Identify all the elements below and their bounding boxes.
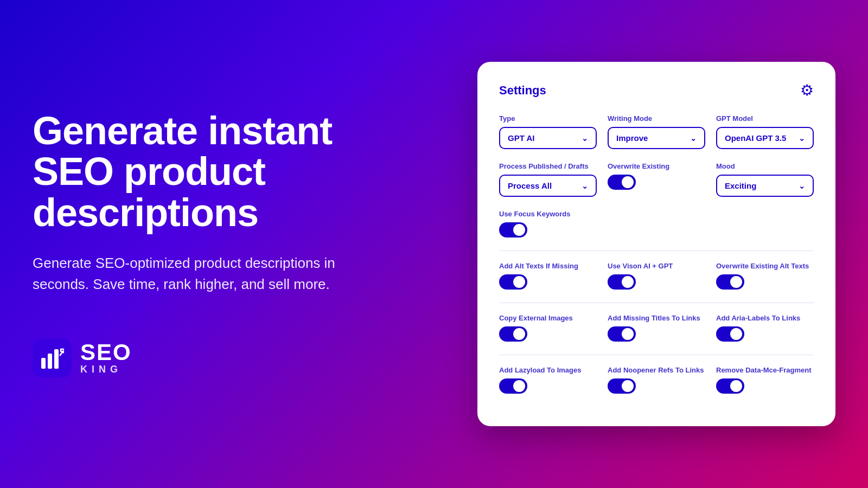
overwrite-alt-texts-toggle[interactable]: [716, 274, 744, 290]
main-headline: Generate instant SEO product description…: [33, 111, 380, 234]
field-add-alt-texts: Add Alt Texts If Missing: [499, 262, 597, 290]
row-images-links: Copy External Images Add Missing Titles …: [499, 314, 814, 342]
overwrite-alt-texts-label: Overwrite Existing Alt Texts: [716, 262, 814, 270]
logo-text: SEO KING: [80, 341, 132, 375]
add-lazyload-label: Add Lazyload To Images: [499, 366, 597, 374]
field-add-noopener: Add Noopener Refs To Links: [608, 366, 705, 394]
svg-rect-0: [41, 358, 46, 369]
copy-external-images-toggle-container: [499, 326, 597, 342]
focus-keywords-toggle[interactable]: [499, 222, 527, 237]
field-add-aria-labels: Add Aria-Labels To Links: [716, 314, 814, 342]
field-process: Process Published / Drafts Process All ⌄: [499, 162, 597, 197]
gpt-model-dropdown[interactable]: OpenAI GPT 3.5 ⌄: [716, 127, 814, 149]
process-value: Process All: [508, 181, 552, 190]
use-vision-toggle-container: [608, 274, 705, 290]
writing-mode-value: Improve: [616, 133, 648, 143]
row-focus-keywords: Use Focus Keywords: [499, 210, 814, 237]
overwrite-existing-toggle[interactable]: [608, 175, 636, 190]
mood-chevron-icon: ⌄: [799, 182, 805, 190]
add-noopener-toggle-container: [608, 378, 705, 394]
add-noopener-label: Add Noopener Refs To Links: [608, 366, 705, 374]
add-aria-labels-toggle[interactable]: [716, 326, 744, 342]
overwrite-alt-texts-toggle-container: [716, 274, 814, 290]
overwrite-existing-label: Overwrite Existing: [608, 162, 705, 170]
field-add-missing-titles: Add Missing Titles To Links: [608, 314, 705, 342]
settings-header: Settings ⚙: [499, 81, 814, 99]
field-add-lazyload: Add Lazyload To Images: [499, 366, 597, 394]
writing-mode-dropdown[interactable]: Improve ⌄: [608, 127, 705, 149]
add-lazyload-toggle[interactable]: [499, 378, 527, 394]
field-mood: Mood Exciting ⌄: [716, 162, 814, 197]
row-lazyload-noopener-mce: Add Lazyload To Images Add Noopener Refs…: [499, 366, 814, 394]
add-noopener-toggle[interactable]: [608, 378, 636, 394]
remove-data-mce-toggle-container: [716, 378, 814, 394]
add-missing-titles-label: Add Missing Titles To Links: [608, 314, 705, 322]
settings-title: Settings: [499, 84, 546, 98]
divider-2: [499, 303, 814, 303]
logo-icon: [33, 338, 72, 377]
add-missing-titles-toggle-container: [608, 326, 705, 342]
process-dropdown[interactable]: Process All ⌄: [499, 175, 597, 197]
gear-icon[interactable]: ⚙: [800, 81, 814, 99]
settings-panel: Settings ⚙ Type GPT AI ⌄ Writing Mode Im…: [477, 62, 835, 426]
field-copy-external-images: Copy External Images: [499, 314, 597, 342]
copy-external-images-toggle[interactable]: [499, 326, 527, 342]
add-alt-texts-toggle-container: [499, 274, 597, 290]
logo-area: SEO KING: [33, 338, 380, 377]
type-dropdown[interactable]: GPT AI ⌄: [499, 127, 597, 149]
field-overwrite-existing: Overwrite Existing: [608, 162, 705, 197]
svg-rect-1: [48, 354, 52, 369]
add-aria-labels-label: Add Aria-Labels To Links: [716, 314, 814, 322]
use-focus-keywords-label: Use Focus Keywords: [499, 210, 814, 218]
sub-text: Generate SEO-optimized product descripti…: [33, 253, 347, 295]
divider-1: [499, 251, 814, 251]
divider-3: [499, 355, 814, 355]
field-use-vision: Use Vison AI + GPT: [608, 262, 705, 290]
type-label: Type: [499, 114, 597, 123]
left-panel: Generate instant SEO product description…: [33, 111, 380, 378]
mood-label: Mood: [716, 162, 814, 170]
field-gpt-model: GPT Model OpenAI GPT 3.5 ⌄: [716, 114, 814, 149]
field-writing-mode: Writing Mode Improve ⌄: [608, 114, 705, 149]
overwrite-existing-toggle-container: [608, 175, 705, 190]
field-remove-data-mce: Remove Data-Mce-Fragment: [716, 366, 814, 394]
logo-king-text: KING: [80, 364, 132, 375]
add-lazyload-toggle-container: [499, 378, 597, 394]
focus-keywords-toggle-container: [499, 222, 814, 237]
type-value: GPT AI: [508, 133, 534, 143]
gpt-model-chevron-icon: ⌄: [799, 134, 805, 143]
logo-seo-text: SEO: [80, 341, 132, 364]
field-focus-keywords: Use Focus Keywords: [499, 210, 814, 237]
mood-value: Exciting: [725, 181, 756, 190]
remove-data-mce-toggle[interactable]: [716, 378, 744, 394]
row-alt-texts: Add Alt Texts If Missing Use Vison AI + …: [499, 262, 814, 290]
type-chevron-icon: ⌄: [582, 134, 588, 143]
writing-mode-label: Writing Mode: [608, 114, 705, 123]
row-type-writing-gpt: Type GPT AI ⌄ Writing Mode Improve ⌄ GPT…: [499, 114, 814, 149]
writing-mode-chevron-icon: ⌄: [690, 134, 697, 143]
field-overwrite-alt-texts: Overwrite Existing Alt Texts: [716, 262, 814, 290]
add-missing-titles-toggle[interactable]: [608, 326, 636, 342]
row-process-overwrite-mood: Process Published / Drafts Process All ⌄…: [499, 162, 814, 197]
add-aria-labels-toggle-container: [716, 326, 814, 342]
logo-svg: [40, 346, 64, 370]
svg-rect-2: [54, 349, 59, 369]
process-label: Process Published / Drafts: [499, 162, 597, 170]
mood-dropdown[interactable]: Exciting ⌄: [716, 175, 814, 197]
add-alt-texts-toggle[interactable]: [499, 274, 527, 290]
copy-external-images-label: Copy External Images: [499, 314, 597, 322]
gpt-model-value: OpenAI GPT 3.5: [725, 133, 786, 143]
process-chevron-icon: ⌄: [582, 182, 588, 190]
use-vision-label: Use Vison AI + GPT: [608, 262, 705, 270]
remove-data-mce-label: Remove Data-Mce-Fragment: [716, 366, 814, 374]
gpt-model-label: GPT Model: [716, 114, 814, 123]
field-type: Type GPT AI ⌄: [499, 114, 597, 149]
add-alt-texts-label: Add Alt Texts If Missing: [499, 262, 597, 270]
use-vision-toggle[interactable]: [608, 274, 636, 290]
